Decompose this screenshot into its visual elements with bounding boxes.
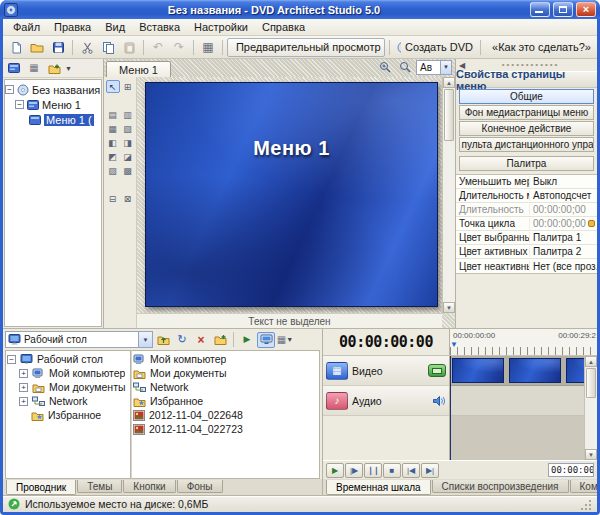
zoom-tool-button[interactable] xyxy=(396,59,414,75)
tab-explorer[interactable]: Проводник xyxy=(6,480,76,495)
props-tab-end-action[interactable]: Конечное действие xyxy=(459,121,594,136)
zoom-level-select[interactable]: Ав ▼ xyxy=(416,60,452,75)
tree-item-desktop[interactable]: − Рабочий стол xyxy=(7,352,129,366)
save-project-button[interactable] xyxy=(48,38,68,57)
up-folder-button[interactable] xyxy=(154,332,172,348)
open-project-button[interactable] xyxy=(27,38,47,57)
cursor-time-field[interactable]: 00:00:00 xyxy=(548,463,594,477)
same-size-tool[interactable]: ⊟ xyxy=(106,192,120,205)
video-thumbnail[interactable] xyxy=(566,358,584,383)
align-right-tool[interactable]: ▥ xyxy=(121,108,135,121)
property-row[interactable]: Точка цикла 00:00:00;00 xyxy=(456,217,597,231)
property-row[interactable]: Цвет выбранных к... Палитра 1 xyxy=(456,231,597,245)
same-height-tool[interactable]: ▩ xyxy=(121,164,135,177)
add-folder-button[interactable] xyxy=(45,60,63,76)
play-media-button[interactable]: ▶ xyxy=(238,332,256,348)
expand-icon[interactable]: + xyxy=(19,369,28,378)
expand-icon[interactable]: + xyxy=(19,383,28,392)
tree-row-project[interactable]: − Без названия xyxy=(5,82,101,97)
chevron-down-icon[interactable]: ▼ xyxy=(65,65,72,72)
tree-item-network[interactable]: + Network xyxy=(7,394,129,408)
refresh-button[interactable]: ↻ xyxy=(173,332,191,348)
center-vertical-tool[interactable]: ◨ xyxy=(121,136,135,149)
redo-button[interactable]: ↷ xyxy=(169,38,189,57)
go-to-end-button[interactable]: ▶| xyxy=(421,463,439,478)
collapse-icon[interactable]: − xyxy=(5,85,14,94)
list-item[interactable]: Мои документы xyxy=(133,366,318,380)
video-thumbnail[interactable] xyxy=(452,358,504,383)
tree-item-my-computer[interactable]: + Мой компьютер xyxy=(7,366,129,380)
pause-button[interactable]: ❘❘ xyxy=(364,463,382,478)
tab-timeline[interactable]: Временная шкала xyxy=(326,480,431,495)
props-tab-background-media[interactable]: Фон медиастраницы меню xyxy=(459,105,594,120)
new-project-button[interactable] xyxy=(6,38,26,57)
tab-buttons[interactable]: Кнопки xyxy=(123,480,175,493)
paste-button[interactable] xyxy=(119,38,139,57)
play-from-start-button[interactable]: |▶ xyxy=(345,463,363,478)
tab-compilation[interactable]: Компиляция xyxy=(570,480,597,493)
tree-item-my-documents[interactable]: + Мои документы xyxy=(7,380,129,394)
video-event-strip[interactable] xyxy=(450,356,584,386)
menu-canvas[interactable]: Меню 1 xyxy=(145,82,438,307)
delete-button[interactable]: × xyxy=(192,332,210,348)
undo-button[interactable]: ↶ xyxy=(148,38,168,57)
list-item[interactable]: 2012-11-04_022723 xyxy=(133,422,318,436)
scrollbar-thumb[interactable] xyxy=(444,89,454,141)
preview-button[interactable]: Предварительный просмотр xyxy=(227,38,385,57)
same-width-tool[interactable]: ▨ xyxy=(106,164,120,177)
property-row[interactable]: Цвет неактивных ... Нет (все проз... xyxy=(456,259,597,273)
list-item[interactable]: Мой компьютер xyxy=(133,352,318,366)
tab-backgrounds[interactable]: Фоны xyxy=(177,480,223,493)
tree-row-menu-page[interactable]: Меню 1 ( xyxy=(5,112,101,127)
timeline-ruler[interactable]: 00:00:00:00 00:00:29:2 ▼ xyxy=(449,329,597,355)
playhead-cursor[interactable] xyxy=(450,356,451,460)
close-button[interactable]: × xyxy=(576,2,596,17)
align-left-tool[interactable]: ▤ xyxy=(106,108,120,121)
auto-preview-toggle[interactable] xyxy=(257,332,275,348)
make-dvd-button[interactable]: Создать DVD xyxy=(394,38,476,57)
menu-title-text[interactable]: Меню 1 xyxy=(146,137,437,160)
list-item[interactable]: Network xyxy=(133,380,318,394)
collapse-icon[interactable]: − xyxy=(15,100,24,109)
speaker-icon[interactable] xyxy=(432,395,446,407)
audio-event-strip[interactable] xyxy=(450,386,584,416)
selection-tool[interactable]: ↖ xyxy=(106,80,120,93)
property-row[interactable]: Длительность 00:00:00;00 xyxy=(456,203,597,217)
scroll-up-icon[interactable]: ▲ xyxy=(585,356,597,367)
tree-row-menu[interactable]: − Меню 1 xyxy=(5,97,101,112)
props-tab-remote-buttons[interactable]: Кнопки пульта дистанционного управления xyxy=(459,137,594,152)
space-across-tool[interactable]: ◩ xyxy=(106,150,120,163)
collapse-icon[interactable]: − xyxy=(7,355,16,364)
menu-edit[interactable]: Правка xyxy=(47,20,98,34)
menu-view[interactable]: Вид xyxy=(98,20,132,34)
props-tab-general[interactable]: Общие xyxy=(459,89,594,104)
optimize-button[interactable]: ▦ xyxy=(198,38,218,57)
props-tab-palette[interactable]: Палитра xyxy=(459,156,594,171)
video-track-header[interactable]: ▦ Видео xyxy=(323,356,449,386)
align-top-tool[interactable]: ▦ xyxy=(106,122,120,135)
tree-item-favorites[interactable]: Избранное xyxy=(7,408,129,422)
insert-menu-button[interactable] xyxy=(5,60,23,76)
tab-themes[interactable]: Темы xyxy=(77,480,122,493)
cut-button[interactable] xyxy=(77,38,97,57)
list-item[interactable]: 2012-11-04_022648 xyxy=(133,408,318,422)
expand-icon[interactable]: + xyxy=(19,397,28,406)
scrollbar-thumb[interactable] xyxy=(586,368,596,398)
address-combobox[interactable]: Рабочий стол ▼ xyxy=(5,331,153,348)
menu-options[interactable]: Настройки xyxy=(187,20,255,34)
list-item[interactable]: Избранное xyxy=(133,394,318,408)
stop-button[interactable]: ■ xyxy=(383,463,401,478)
video-thumbnail[interactable] xyxy=(509,358,561,383)
timeline-vertical-scrollbar[interactable]: ▲ ▼ xyxy=(584,356,597,460)
play-button[interactable]: ▶ xyxy=(326,463,344,478)
insert-media-button[interactable]: ▦ xyxy=(25,60,43,76)
snap-tool[interactable]: ⊠ xyxy=(121,192,135,205)
property-row[interactable]: Уменьшить мерцан... Выкл xyxy=(456,175,597,189)
menu-file[interactable]: Файл xyxy=(6,20,47,34)
views-button[interactable]: ▦▼ xyxy=(276,332,294,348)
scroll-down-icon[interactable]: ▼ xyxy=(443,302,455,313)
new-folder-button[interactable] xyxy=(211,332,229,348)
tab-playlists[interactable]: Списки воспроизведения xyxy=(432,480,569,493)
space-down-tool[interactable]: ◪ xyxy=(121,150,135,163)
property-row[interactable]: Цвет активных кн... Палитра 2 xyxy=(456,245,597,259)
